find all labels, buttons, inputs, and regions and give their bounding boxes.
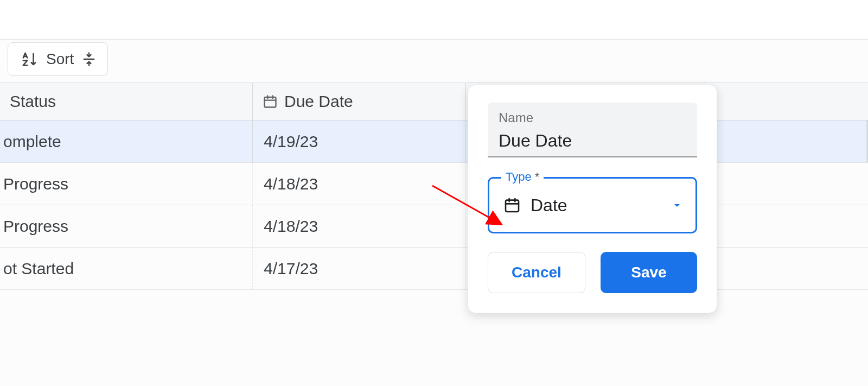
field-label: Type * — [501, 170, 544, 184]
sort-label: Sort — [46, 50, 74, 68]
cell-due-date: 4/18/23 — [253, 163, 466, 205]
cancel-button[interactable]: Cancel — [488, 252, 585, 293]
table-row[interactable]: ot Started4/17/23 — [0, 248, 868, 290]
column-header-label: Due Date — [284, 92, 353, 111]
chevron-down-icon — [671, 199, 684, 212]
sort-button[interactable]: Sort — [8, 42, 108, 76]
save-button[interactable]: Save — [601, 252, 697, 293]
table-row[interactable]: Progress4/18/23 — [0, 163, 868, 205]
calendar-icon — [503, 197, 521, 214]
field-value: Date — [531, 195, 661, 216]
cell-due-date: 4/18/23 — [253, 205, 466, 247]
column-name-input[interactable]: Name Due Date — [488, 103, 697, 157]
cell-status: ot Started — [0, 248, 253, 289]
cell-status: omplete — [0, 121, 253, 162]
svg-rect-0 — [265, 97, 276, 107]
column-header-due-date[interactable]: Due Date — [253, 83, 466, 120]
data-table: Status Due Date omplete4/19/23Progress4/… — [0, 83, 868, 290]
column-header-status[interactable]: Status — [0, 83, 253, 120]
svg-rect-1 — [506, 200, 519, 212]
cell-due-date: 4/19/23 — [253, 121, 466, 162]
field-value: Due Date — [499, 131, 686, 151]
table-row[interactable]: omplete4/19/23 — [0, 121, 868, 163]
cell-due-date: 4/17/23 — [253, 248, 466, 289]
field-label: Name — [499, 110, 686, 125]
collapse-vertical-icon — [81, 51, 97, 67]
column-header-label: Status — [10, 92, 56, 111]
calendar-icon — [263, 94, 278, 109]
cell-status: Progress — [0, 205, 253, 247]
sort-az-icon — [20, 51, 39, 67]
table-row[interactable]: Progress4/18/23 — [0, 205, 868, 248]
cell-status: Progress — [0, 163, 253, 205]
column-type-select[interactable]: Type * Date — [488, 177, 697, 233]
table-header-row: Status Due Date — [0, 83, 868, 121]
column-editor-popover: Name Due Date Type * Date Cancel Save — [468, 85, 717, 313]
